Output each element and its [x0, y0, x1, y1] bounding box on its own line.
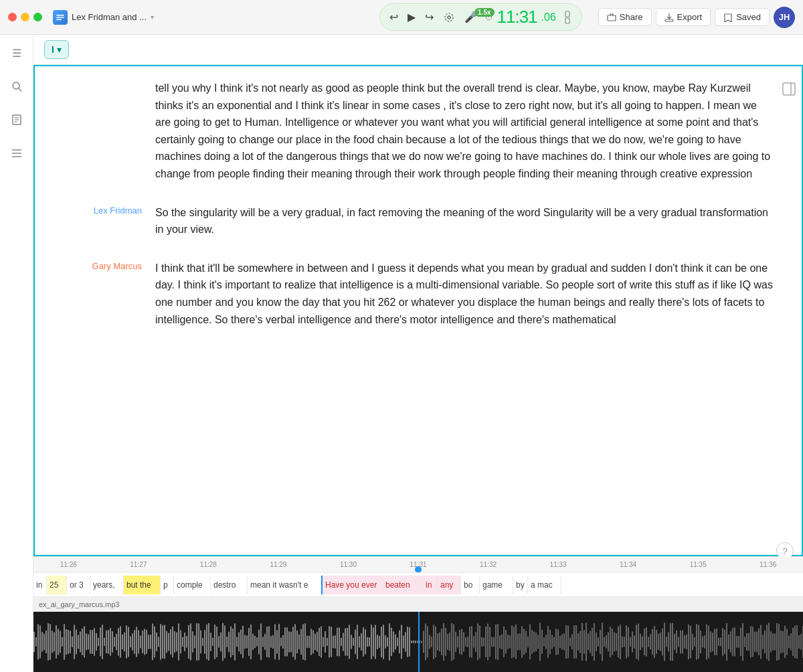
token-destro[interactable]: destro	[211, 576, 248, 594]
ruler-mark-4: 11:30	[313, 561, 383, 568]
header-right: Share Export Saved JH	[598, 7, 795, 28]
app-icon	[53, 10, 68, 25]
ruler-mark-2: 11:28	[173, 561, 244, 568]
content-area: I ▾ tell you why I think it's not nearly…	[33, 35, 803, 672]
svg-rect-5	[565, 11, 569, 17]
close-button[interactable]	[8, 13, 17, 21]
app-title-area: Lex Fridman and ... ▾	[53, 10, 154, 25]
svg-line-10	[19, 88, 21, 91]
ruler-mark-10: 11:36	[733, 561, 803, 568]
token-by[interactable]: by	[513, 576, 528, 594]
cursor-tool-button[interactable]: I ▾	[44, 40, 69, 59]
token-game[interactable]: game	[480, 576, 513, 594]
token-mean[interactable]: mean it wasn't e	[248, 576, 321, 594]
timer-decimal: .06	[541, 11, 556, 23]
ruler-mark-7: 11:33	[523, 561, 594, 568]
timer-display: 11:31	[497, 7, 537, 27]
fullscreen-button[interactable]	[33, 13, 42, 21]
ruler-mark-0: 11:26	[33, 561, 104, 568]
avatar: JH	[774, 7, 795, 28]
saved-button[interactable]: Saved	[715, 8, 770, 26]
token-any[interactable]: any	[438, 576, 461, 594]
timer-options-button[interactable]	[560, 9, 575, 25]
main-layout: ☰ I ▾ tell you why I think it's not near…	[0, 35, 803, 672]
speaker-label-gary: Gary Marcus	[75, 260, 142, 328]
waveform-playhead	[418, 612, 420, 672]
right-panel-toggle-button[interactable]	[782, 82, 796, 100]
share-button[interactable]: Share	[598, 8, 652, 26]
token-a-mac[interactable]: a mac	[528, 576, 561, 594]
filename-text: ex_ai_gary_marcus.mp3	[39, 600, 119, 608]
svg-rect-1	[56, 17, 64, 18]
speaker-label-0	[75, 80, 142, 183]
svg-rect-6	[565, 18, 569, 23]
forward-button[interactable]: ↪	[422, 9, 436, 25]
ruler-mark-3: 11:29	[244, 561, 314, 568]
tokens-container: in 25 or 3 years, but the p comple destr…	[33, 573, 803, 596]
timeline-ruler: 11:26 11:27 11:28 11:29 11:30 11:31 11:3…	[33, 557, 803, 573]
token-comple[interactable]: comple	[174, 576, 211, 594]
token-beaten[interactable]: beaten	[383, 576, 423, 594]
svg-rect-7	[608, 15, 616, 21]
play-button[interactable]: ▶	[405, 9, 418, 25]
transcript-block-0: tell you why I think it's not nearly as …	[75, 80, 775, 183]
token-in-2[interactable]: in	[423, 576, 438, 594]
minimize-button[interactable]	[21, 13, 29, 21]
sidebar-document-icon[interactable]	[7, 110, 27, 130]
token-have-you-ever[interactable]: Have you ever	[323, 576, 383, 594]
titlebar: Lex Fridman and ... ▾ ↩ ▶ ↪ 🎤 1.5x ⏱ 11:…	[0, 0, 803, 35]
transcript-block-gary: Gary Marcus I think that it'll be somewh…	[75, 260, 775, 328]
sidebar: ☰	[0, 35, 33, 672]
rewind-button[interactable]: ↩	[387, 9, 401, 25]
token-years[interactable]: years,	[90, 576, 124, 594]
sidebar-search-icon[interactable]	[7, 76, 27, 96]
app-title: Lex Fridman and ...	[72, 12, 147, 22]
waveform-area[interactable]: // Will be rendered via inline SVG gener…	[33, 612, 803, 672]
timeline-area: 11:26 11:27 11:28 11:29 11:30 11:31 11:3…	[33, 556, 803, 672]
svg-rect-0	[56, 15, 64, 16]
transcript-block-lex: Lex Fridman So the singularity will be a…	[75, 204, 775, 238]
word-tokens-row[interactable]: in 25 or 3 years, but the p comple destr…	[33, 573, 803, 597]
ruler-mark-1: 11:27	[104, 561, 174, 568]
traffic-lights	[8, 13, 42, 21]
cursor-dropdown-icon: ▾	[57, 44, 62, 55]
sidebar-library-icon[interactable]	[7, 143, 27, 163]
token-in[interactable]: in	[33, 576, 47, 594]
transcript-text-lex: So the singularity will be a very gradua…	[155, 204, 775, 238]
svg-rect-2	[56, 19, 62, 20]
token-but-the[interactable]: but the	[124, 576, 161, 594]
transcript-content[interactable]: tell you why I think it's not nearly as …	[33, 65, 803, 556]
token-p[interactable]: p	[161, 576, 174, 594]
transcript-toolbar: I ▾	[33, 35, 803, 65]
speed-badge: 1.5x	[474, 8, 494, 17]
filename-bar: ex_ai_gary_marcus.mp3	[33, 597, 803, 612]
ruler-mark-9: 11:35	[663, 561, 733, 568]
svg-point-4	[445, 13, 453, 21]
svg-rect-8	[665, 19, 673, 21]
token-or3[interactable]: or 3	[67, 576, 90, 594]
export-button[interactable]: Export	[656, 8, 711, 26]
sidebar-hamburger-icon[interactable]: ☰	[7, 43, 27, 63]
ruler-mark-6: 11:32	[453, 561, 523, 568]
cursor-icon: I	[52, 44, 54, 55]
app-title-chevron-icon[interactable]: ▾	[151, 13, 154, 21]
svg-rect-18	[783, 83, 795, 95]
token-bo[interactable]: bo	[461, 576, 480, 594]
settings-button[interactable]	[440, 10, 458, 25]
transcript-text-gary: I think that it'll be somewhere in betwe…	[155, 260, 775, 328]
transcript-text-0: tell you why I think it's not nearly as …	[155, 80, 775, 183]
token-25[interactable]: 25	[47, 576, 67, 594]
transport-controls: ↩ ▶ ↪ 🎤 1.5x ⏱ 11:31 .06	[379, 3, 582, 31]
playhead-dot-ruler	[415, 566, 422, 573]
speaker-label-lex: Lex Fridman	[75, 204, 142, 238]
svg-point-3	[448, 16, 450, 19]
ruler-mark-8: 11:34	[593, 561, 663, 568]
